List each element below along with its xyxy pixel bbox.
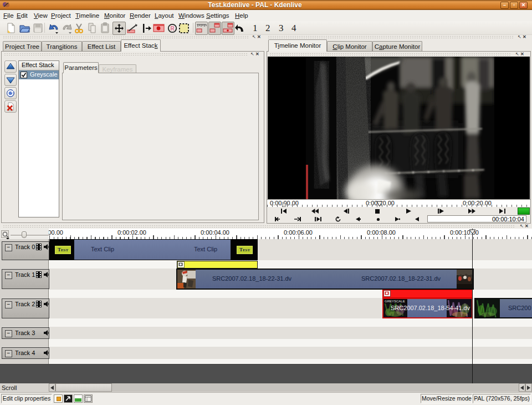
- svg-text:R: R: [170, 26, 175, 32]
